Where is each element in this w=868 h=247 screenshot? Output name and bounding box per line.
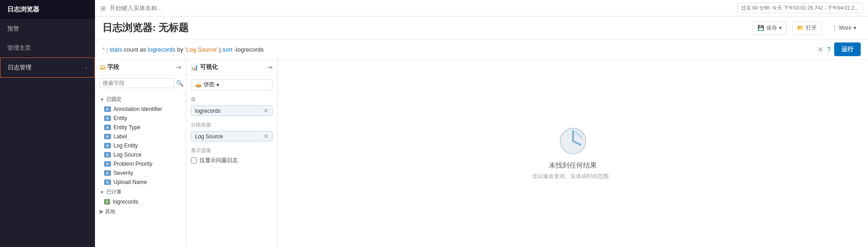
field-type-icon: # [104,199,110,205]
query-normal-3: | [218,46,223,53]
sidebar-title: 日志浏览器 [0,0,95,19]
viz-group-label: 分组依据 [191,121,273,128]
chart-chevron-icon: ▾ [216,82,219,88]
query-keyword-logrecords: logrecords [148,46,176,53]
field-label-item[interactable]: A Label [95,132,186,141]
field-problem-priority[interactable]: A Problem Priority [95,159,186,168]
save-button[interactable]: 💾 保存 ▾ [752,21,787,35]
field-label: logrecords [113,199,138,205]
entity-search-input[interactable] [110,5,733,11]
open-label: 打开 [806,24,817,32]
field-type-icon: A [104,116,111,121]
folder-icon: 📂 [797,25,804,31]
fields-panel: 🗂 字段 ⇥ 🔍 ▼ 已固定 A Annotation Identifier [95,59,186,247]
viz-panel-body: 🥧 饼图 ▾ 值 logrecords ✕ 分组依据 Log Source [186,75,277,247]
time-range-selector[interactable]: 过去 60 分钟: 今天 下午03:01:25.742 - 下午04:01:2.… [737,3,863,13]
sidebar-item-alerts[interactable]: 预警 [0,19,95,38]
field-annotation-identifier[interactable]: A Annotation Identifier [95,105,186,114]
field-label: Entity [114,115,127,121]
field-type-icon: A [104,106,111,112]
sidebar: 日志浏览器 预警 管理主页 日志管理 › [0,0,95,247]
more-button[interactable]: ⋮ More ▾ [827,22,861,33]
field-log-entity[interactable]: A Log Entity [95,141,186,150]
field-type-icon: A [104,161,111,167]
viz-display-section: 显示选项 仅显示问题日志 [191,147,273,164]
grid-icon: ⊞ [100,5,106,12]
no-results-subtitle: 尝试修改查询、实体或时间范围。 [532,173,614,180]
main-content: ⊞ 过去 60 分钟: 今天 下午03:01:25.742 - 下午04:01:… [95,0,868,247]
field-label: Problem Priority [114,161,153,167]
query-actions: ✕ ? 运行 [817,42,861,56]
viz-panel-title: 📊 可视化 [191,63,218,71]
search-icon: 🔍 [176,80,184,87]
chart-type-label: 饼图 [204,81,215,89]
viz-value-tag: logrecords ✕ [191,105,273,116]
sidebar-item-log-management[interactable]: 日志管理 › [0,58,95,78]
field-type-icon: A [104,143,111,148]
field-label: Log Entity [114,142,138,149]
title-actions: 💾 保存 ▾ 📂 打开 ⋮ More ▾ [752,21,861,35]
field-log-source[interactable]: A Log Source [95,150,186,159]
fields-search-input[interactable] [100,78,174,88]
checkbox-label-text: 仅显示问题日志 [200,157,238,164]
query-text[interactable]: * | stats count as logrecords by 'Log So… [102,46,814,53]
pinned-toggle-icon[interactable]: ▼ [100,97,105,102]
viz-panel-collapse-button[interactable]: ⇥ [267,63,273,71]
viz-value-label: 值 [191,96,273,103]
help-button[interactable]: ? [827,46,831,53]
field-label: Entity Type [114,124,141,131]
visualization-panel: 📊 可视化 ⇥ 🥧 饼图 ▾ 值 logrecords [186,59,278,247]
fields-search-bar: 🔍 [95,75,186,91]
show-problem-logs-label[interactable]: 仅显示问题日志 [191,157,273,164]
query-keyword-sort: sort [222,46,232,53]
topbar: ⊞ 过去 60 分钟: 今天 下午03:01:25.742 - 下午04:01:… [95,0,868,16]
sidebar-item-label: 管理主页 [7,44,31,52]
field-type-icon: A [104,125,111,130]
query-string-logsource: 'Log Source' [185,46,217,53]
viz-panel-header: 📊 可视化 ⇥ [186,59,277,75]
query-normal-1: count as [122,46,147,53]
viz-value-tag-text: logrecords [195,108,221,114]
open-button[interactable]: 📂 打开 [792,21,822,35]
more-label: More [839,25,852,31]
fields-panel-collapse-button[interactable]: ⇥ [176,63,181,71]
remove-value-tag-button[interactable]: ✕ [263,107,268,114]
clear-query-button[interactable]: ✕ [817,45,823,54]
field-entity-type[interactable]: A Entity Type [95,123,186,132]
field-type-icon: A [104,152,111,158]
viz-group-tag: Log Source ✕ [191,131,273,142]
sidebar-item-label: 日志管理 [8,63,32,72]
chevron-right-icon: › [85,64,87,71]
field-label: Log Source [114,152,142,158]
field-type-icon: A [104,134,111,139]
sidebar-item-label: 预警 [7,25,19,33]
field-label: Annotation Identifier [114,106,163,112]
run-button[interactable]: 运行 [834,42,861,56]
query-normal-2: by [175,46,185,53]
computed-section-header: ▼ 已计算 [95,187,186,197]
field-type-icon: A [104,179,111,185]
field-entity[interactable]: A Entity [95,114,186,123]
field-severity[interactable]: A Severity [95,168,186,178]
computed-toggle-icon[interactable]: ▼ [100,189,105,195]
fields-icon: 🗂 [100,64,105,71]
field-type-icon: A [104,170,111,176]
remove-group-tag-button[interactable]: ✕ [263,133,268,140]
chart-type-selector[interactable]: 🥧 饼图 ▾ [191,79,273,90]
page-title: 日志浏览器: 无标题 [102,21,189,35]
show-problem-logs-checkbox[interactable] [191,158,197,163]
field-upload-name[interactable]: A Upload Name [95,178,186,187]
viz-value-section: 值 logrecords ✕ [191,96,273,116]
query-keyword-stats: stats [110,46,122,53]
save-label: 保存 [766,24,777,32]
field-logrecords[interactable]: # logrecords [95,197,186,206]
save-chevron-icon: ▾ [779,25,782,31]
fields-panel-title: 🗂 字段 [100,63,119,71]
field-label: Label [114,133,127,140]
content-area: 🗂 字段 ⇥ 🔍 ▼ 已固定 A Annotation Identifier [95,59,868,247]
other-toggle-icon[interactable]: ▶ [100,209,103,215]
field-label: Upload Name [114,179,147,185]
field-label: Severity [114,170,133,176]
sidebar-item-admin[interactable]: 管理主页 [0,38,95,58]
more-dots-icon: ⋮ [832,25,837,31]
